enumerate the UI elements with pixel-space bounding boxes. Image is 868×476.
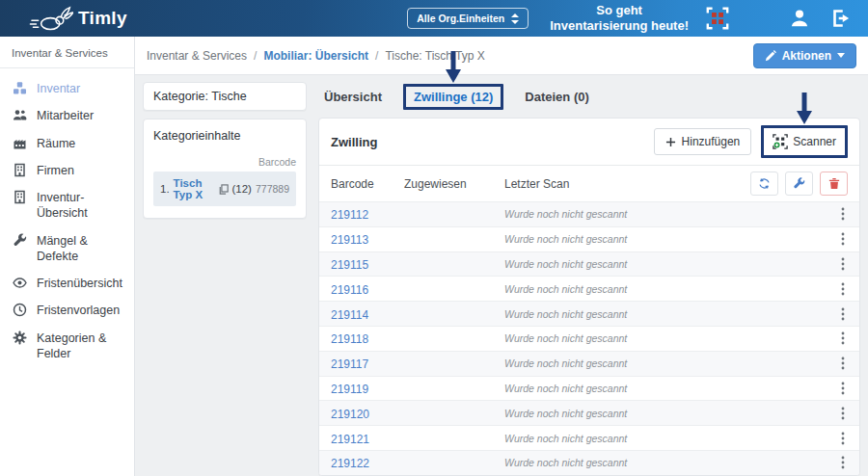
sidebar-item[interactable]: Kategorien & Felder bbox=[0, 325, 134, 368]
plus-icon bbox=[665, 137, 676, 147]
scanner-button[interactable]: Scanner bbox=[764, 128, 845, 155]
add-button[interactable]: Hinzufügen bbox=[654, 128, 752, 155]
sidebar-item-label: Fristenübersicht bbox=[37, 276, 122, 291]
clock-icon bbox=[13, 303, 28, 317]
category-content-row: 1. Tisch Typ X (12) 777889 bbox=[153, 172, 296, 206]
scan-status: Wurde noch nicht gescannt bbox=[504, 357, 838, 369]
sidebar: Inventar & Services Inventar Mitarbeiter… bbox=[0, 37, 135, 476]
twins-panel-header: Zwilling Hinzufügen bbox=[319, 119, 859, 166]
barcode-link[interactable]: 219118 bbox=[331, 332, 368, 346]
row-menu-button[interactable] bbox=[838, 380, 848, 397]
scan-status: Wurde noch nicht gescannt bbox=[504, 308, 838, 320]
top-header-bar: Timly Alle Org.Einheiten So geht Inventa… bbox=[0, 0, 868, 37]
barcode-link[interactable]: 219119 bbox=[331, 383, 368, 396]
qr-scan-icon[interactable] bbox=[706, 7, 729, 30]
row-menu-button[interactable] bbox=[838, 355, 848, 372]
row-menu-button[interactable] bbox=[838, 280, 848, 298]
category-contents-card: Kategorieinhalte Barcode 1. Tisch Typ X … bbox=[143, 119, 307, 219]
logout-icon[interactable] bbox=[829, 8, 851, 29]
barcode-link[interactable]: 219117 bbox=[331, 357, 368, 371]
row-menu-button[interactable] bbox=[838, 430, 848, 447]
sidebar-item-label: Firmen bbox=[37, 163, 74, 178]
right-column: Übersicht Zwillinge (12) Dateien (0) Zwi… bbox=[318, 82, 860, 476]
inventory-overview-icon bbox=[13, 190, 28, 204]
barcode-link[interactable]: 219113 bbox=[331, 233, 368, 247]
actions-button[interactable]: Aktionen bbox=[753, 43, 856, 68]
table-row: 219113 Wurde noch nicht gescannt bbox=[319, 226, 859, 251]
left-column: Kategorie: Tische Kategorieinhalte Barco… bbox=[143, 82, 307, 476]
scan-status: Wurde noch nicht gescannt bbox=[504, 383, 838, 394]
table-row: 219119 Wurde noch nicht gescannt bbox=[319, 376, 859, 401]
sidebar-item[interactable]: Fristenvorlagen bbox=[0, 297, 134, 324]
breadcrumb: Inventar & Services / Mobiliar: Übersich… bbox=[147, 49, 485, 63]
main-area: Inventar & Services / Mobiliar: Übersich… bbox=[135, 37, 868, 476]
company-icon bbox=[13, 163, 28, 177]
twins-table-body: 219112 Wurde noch nicht gescannt bbox=[319, 201, 859, 475]
sidebar-item[interactable]: Mitarbeiter bbox=[0, 102, 134, 129]
table-row: 219114 Wurde noch nicht gescannt bbox=[319, 301, 859, 326]
barcode-link[interactable]: 219121 bbox=[331, 433, 369, 446]
row-menu-button[interactable] bbox=[838, 255, 848, 273]
tab-uebersicht[interactable]: Übersicht bbox=[324, 90, 382, 104]
scan-status: Wurde noch nicht gescannt bbox=[504, 433, 838, 444]
copies-icon bbox=[219, 184, 229, 195]
timly-logo[interactable]: Timly bbox=[29, 5, 127, 32]
row-menu-button[interactable] bbox=[838, 305, 848, 323]
sidebar-nav: Inventar Mitarbeiter Räume Firmen bbox=[0, 68, 134, 367]
scan-status: Wurde noch nicht gescannt bbox=[504, 258, 838, 270]
sidebar-item-label: Mängel & Defekte bbox=[37, 233, 126, 265]
scan-status: Wurde noch nicht gescannt bbox=[504, 332, 838, 344]
brand-name: Timly bbox=[78, 8, 127, 29]
scan-status: Wurde noch nicht gescannt bbox=[504, 233, 838, 245]
breadcrumb-bar: Inventar & Services / Mobiliar: Übersich… bbox=[135, 37, 868, 75]
qr-add-icon bbox=[773, 134, 788, 149]
column-header-last-scan: Letzter Scan bbox=[504, 177, 750, 191]
wrench-button[interactable] bbox=[785, 172, 813, 196]
app-root: { "colors": { "header_gradient_start": "… bbox=[0, 0, 868, 476]
breadcrumb-separator: / bbox=[375, 49, 378, 63]
item-link[interactable]: Tisch Typ X bbox=[174, 177, 215, 200]
twins-panel: Zwilling Hinzufügen bbox=[318, 118, 860, 476]
row-menu-button[interactable] bbox=[838, 230, 848, 248]
gear-icon bbox=[13, 331, 28, 345]
tagline-line2: Inventarisierung heute! bbox=[550, 18, 689, 34]
row-menu-button[interactable] bbox=[838, 405, 848, 422]
people-icon bbox=[13, 108, 28, 122]
contents-title: Kategorieinhalte bbox=[153, 129, 296, 143]
row-menu-button[interactable] bbox=[838, 205, 848, 223]
column-header-assigned: Zugewiesen bbox=[404, 177, 504, 191]
barcode-link[interactable]: 219114 bbox=[331, 308, 368, 322]
tab-dateien[interactable]: Dateien (0) bbox=[525, 90, 588, 104]
sidebar-item[interactable]: Firmen bbox=[0, 157, 134, 184]
breadcrumb-item[interactable]: Inventar & Services bbox=[147, 49, 247, 63]
barcode-link[interactable]: 219120 bbox=[331, 408, 369, 421]
breadcrumb-separator: / bbox=[254, 49, 257, 63]
tab-zwillinge[interactable]: Zwillinge (12) bbox=[403, 84, 503, 110]
scan-status: Wurde noch nicht gescannt bbox=[504, 457, 838, 468]
user-account-icon[interactable] bbox=[789, 8, 810, 29]
row-index: 1. bbox=[160, 183, 170, 195]
barcode-link[interactable]: 219112 bbox=[331, 208, 368, 222]
row-menu-button[interactable] bbox=[838, 330, 848, 347]
pencil-icon bbox=[765, 50, 776, 62]
sidebar-item-label: Räume bbox=[37, 136, 75, 151]
sidebar-item[interactable]: Inventur-Übersicht bbox=[0, 184, 134, 227]
body-wrap: Inventar & Services Inventar Mitarbeiter… bbox=[0, 37, 868, 476]
sort-arrows-icon bbox=[511, 13, 519, 24]
sidebar-item[interactable]: Räume bbox=[0, 130, 134, 157]
panel-actions: Hinzufügen bbox=[654, 125, 848, 158]
refresh-button[interactable] bbox=[750, 172, 778, 196]
org-units-dropdown[interactable]: Alle Org.Einheiten bbox=[407, 8, 529, 29]
barcode-link[interactable]: 219116 bbox=[331, 283, 368, 297]
org-units-label: Alle Org.Einheiten bbox=[417, 13, 504, 24]
breadcrumb-link[interactable]: Mobiliar: Übersicht bbox=[263, 49, 368, 63]
delete-button[interactable] bbox=[820, 172, 848, 196]
sidebar-item[interactable]: Inventar bbox=[0, 75, 134, 102]
panel-title: Zwilling bbox=[331, 135, 377, 149]
sidebar-item[interactable]: Mängel & Defekte bbox=[0, 227, 134, 271]
sidebar-item-label: Kategorien & Felder bbox=[37, 331, 126, 362]
row-menu-button[interactable] bbox=[838, 454, 848, 471]
barcode-link[interactable]: 219115 bbox=[331, 258, 368, 272]
barcode-link[interactable]: 219122 bbox=[331, 457, 369, 470]
sidebar-item[interactable]: Fristenübersicht bbox=[0, 270, 134, 297]
